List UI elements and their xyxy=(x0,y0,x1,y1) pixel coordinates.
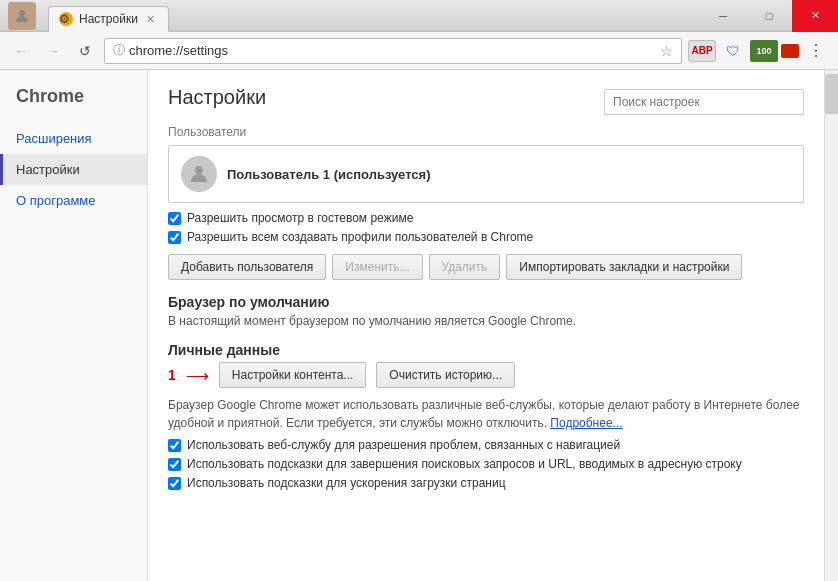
url-scheme-icon: ⓘ xyxy=(113,42,125,59)
address-bar[interactable]: ⓘ chrome://settings ☆ xyxy=(104,38,682,64)
default-browser-desc: В настоящий момент браузером по умолчани… xyxy=(168,314,804,328)
toolbar-icons: ABP 🛡 100 ⋮ xyxy=(688,38,830,64)
bookmark-star-icon[interactable]: ☆ xyxy=(660,43,673,59)
title-row: Настройки xyxy=(168,86,804,117)
titlebar-left: ⚙ Настройки ✕ xyxy=(8,0,169,32)
nav-service-label: Использовать веб-службу для разрешения п… xyxy=(187,438,620,452)
scroll-thumb[interactable] xyxy=(825,74,838,114)
shield-button[interactable]: 🛡 xyxy=(719,38,747,64)
sidebar-brand: Chrome xyxy=(0,86,147,123)
guest-mode-label: Разрешить просмотр в гостевом режиме xyxy=(187,211,413,225)
personal-data-section: Личные данные 1 ⟶ Настройки контента... … xyxy=(168,342,804,490)
back-button[interactable]: ← xyxy=(8,38,34,64)
edit-user-button[interactable]: Изменить... xyxy=(332,254,422,280)
svg-point-0 xyxy=(19,10,25,16)
tab-title: Настройки xyxy=(79,12,138,26)
user-name: Пользователь 1 (используется) xyxy=(227,167,431,182)
import-button[interactable]: Импортировать закладки и настройки xyxy=(506,254,742,280)
avatar xyxy=(181,156,217,192)
sidebar-item-settings[interactable]: Настройки xyxy=(0,154,147,185)
preload-label: Использовать подсказки для ускорения заг… xyxy=(187,476,506,490)
kaspersky-button[interactable]: 100 xyxy=(750,40,778,62)
search-hints-label: Использовать подсказки для завершения по… xyxy=(187,457,742,471)
scrollbar[interactable] xyxy=(824,70,838,581)
add-user-button[interactable]: Добавить пользователя xyxy=(168,254,326,280)
default-browser-title: Браузер по умолчанию xyxy=(168,294,804,310)
search-hints-checkbox[interactable] xyxy=(168,458,181,471)
main-content: Настройки Пользователи Пользователь 1 (и… xyxy=(148,70,824,581)
preload-checkbox-row: Использовать подсказки для ускорения заг… xyxy=(168,476,804,490)
titlebar: ⚙ Настройки ✕ ─ □ ✕ xyxy=(0,0,838,32)
preload-checkbox[interactable] xyxy=(168,477,181,490)
create-profiles-checkbox[interactable] xyxy=(168,231,181,244)
tab-strip: ⚙ Настройки ✕ xyxy=(48,0,169,32)
sidebar-item-about[interactable]: О программе xyxy=(0,185,147,216)
active-tab[interactable]: ⚙ Настройки ✕ xyxy=(48,6,169,32)
menu-button[interactable]: ⋮ xyxy=(802,38,830,64)
annotation-arrow-icon: ⟶ xyxy=(186,366,209,385)
addressbar: ← → ↺ ⓘ chrome://settings ☆ ABP 🛡 100 ⋮ xyxy=(0,32,838,70)
maximize-button[interactable]: □ xyxy=(746,0,792,32)
user-profile-icon[interactable] xyxy=(8,2,36,30)
close-button[interactable]: ✕ xyxy=(792,0,838,32)
delete-user-button[interactable]: Удалить xyxy=(429,254,501,280)
personal-data-title: Личные данные xyxy=(168,342,804,358)
sidebar: Chrome Расширения Настройки О программе xyxy=(0,70,148,581)
annotation-row: 1 ⟶ Настройки контента... Очистить истор… xyxy=(168,362,804,388)
forward-button[interactable]: → xyxy=(40,38,66,64)
svg-point-1 xyxy=(195,166,203,174)
tab-close-button[interactable]: ✕ xyxy=(144,12,158,26)
reload-button[interactable]: ↺ xyxy=(72,38,98,64)
user-profile-box: Пользователь 1 (используется) xyxy=(168,145,804,203)
user-action-buttons: Добавить пользователя Изменить... Удалит… xyxy=(168,254,804,280)
browser-body: Chrome Расширения Настройки О программе … xyxy=(0,70,838,581)
clear-history-button[interactable]: Очистить историю... xyxy=(376,362,515,388)
guest-mode-checkbox[interactable] xyxy=(168,212,181,225)
flag-icon[interactable] xyxy=(781,44,799,58)
guest-mode-checkbox-row: Разрешить просмотр в гостевом режиме xyxy=(168,211,804,225)
info-text: Браузер Google Chrome может использовать… xyxy=(168,396,804,432)
search-input[interactable] xyxy=(604,89,804,115)
content-settings-button[interactable]: Настройки контента... xyxy=(219,362,367,388)
tab-favicon: ⚙ xyxy=(59,12,73,26)
search-hints-checkbox-row: Использовать подсказки для завершения по… xyxy=(168,457,804,471)
create-profiles-checkbox-row: Разрешить всем создавать профили пользов… xyxy=(168,230,804,244)
url-text[interactable]: chrome://settings xyxy=(129,43,656,58)
sidebar-item-extensions[interactable]: Расширения xyxy=(0,123,147,154)
create-profiles-label: Разрешить всем создавать профили пользов… xyxy=(187,230,533,244)
nav-service-checkbox-row: Использовать веб-службу для разрешения п… xyxy=(168,438,804,452)
nav-service-checkbox[interactable] xyxy=(168,439,181,452)
minimize-button[interactable]: ─ xyxy=(700,0,746,32)
window-controls: ─ □ ✕ xyxy=(700,0,838,32)
users-section-label: Пользователи xyxy=(168,125,804,139)
more-info-link[interactable]: Подробнее... xyxy=(550,416,622,430)
adblock-button[interactable]: ABP xyxy=(688,40,716,62)
annotation-number: 1 xyxy=(168,367,176,383)
